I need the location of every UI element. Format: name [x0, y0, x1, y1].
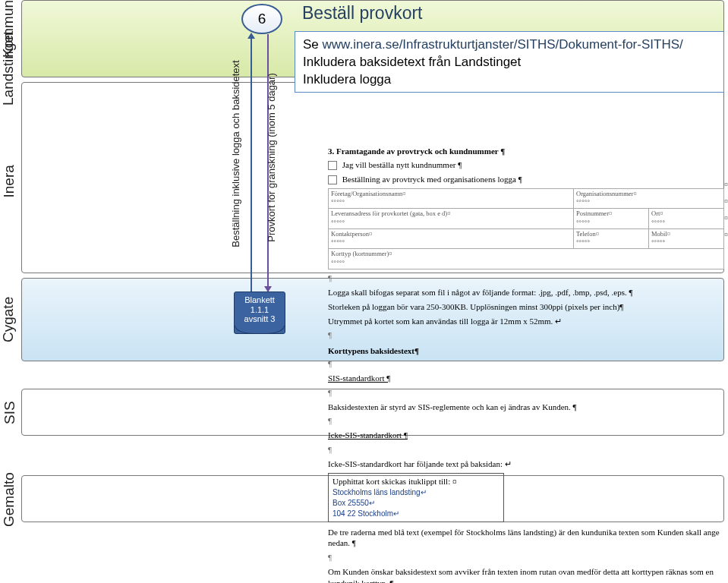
arrow-label-order: Beställning inklusive logga och baksidet… — [230, 55, 241, 253]
doc-logo-p1: Logga skall bifogas separat som fil i nå… — [328, 287, 724, 298]
callout-see: Se — [303, 37, 323, 52]
blankett-line2: 1.1.1 — [235, 305, 285, 315]
lane-label-inera: Inera — [1, 164, 17, 198]
callout-line2: Inkludera baksidetext från Landstinget — [303, 55, 521, 69]
callout-body: Se www.inera.se/Infrastrukturtjanster/SI… — [295, 31, 724, 93]
lane-label-landstinget: Landstinget — [0, 30, 17, 106]
callout-line3: Inkludera logga — [303, 72, 391, 87]
callout-title: Beställ provkort — [302, 3, 724, 24]
lane-label-gemalto: Gemalto — [1, 472, 17, 527]
doc-logo-p2: Storleken på loggan bör vara 250-300KB. … — [328, 301, 724, 313]
doc-sis-heading: SIS-standardkort ¶ — [328, 373, 724, 384]
doc-address-box: Upphittat kort skickas ituklippt till: ¤… — [328, 473, 504, 522]
blankett-line1: Blankett — [235, 295, 285, 305]
step-6-circle: 6 — [241, 4, 282, 34]
lane-label-cygate: Cygate — [0, 297, 17, 342]
doc-opt1: Jag vill beställa nytt kundnummer ¶ — [328, 159, 724, 171]
blankett-doc: Blankett 1.1.1 avsnitt 3 — [234, 292, 285, 334]
doc-margin-marks: ¤¤¤¤ — [724, 176, 728, 243]
doc-opt2: Beställning av provtryck med organisatio… — [328, 174, 724, 185]
doc-icke-heading: Icke-SIS-standardkort ¶ — [328, 430, 724, 441]
doc-h4-baksidestext: Korttypens baksidestext¶ — [328, 345, 724, 357]
doc-form-table: Företag/Organisationsnamn¤°°°°° Organisa… — [328, 188, 724, 269]
doc-after2: Om Kunden önskar baksidestext som avvike… — [328, 566, 724, 583]
checkbox-icon — [328, 161, 337, 170]
doc-after1: De tre raderna med blå text (exempel för… — [328, 527, 724, 550]
checkbox-icon — [328, 175, 337, 184]
doc-logo-p3: Utrymmet på kortet som kan användas till… — [328, 316, 724, 327]
blankett-line3: avsnitt 3 — [235, 314, 285, 324]
callout-url: www.inera.se/Infrastrukturtjanster/SITHS… — [323, 37, 683, 52]
callout: Beställ provkort Se www.inera.se/Infrast… — [295, 0, 724, 93]
arrow-label-proof: Provkort för granskning (inom 5 dagar) — [266, 63, 277, 253]
doc-heading-3: 3. Framtagande av provtryck och kundnumm… — [328, 146, 724, 157]
embedded-doc: 3. Framtagande av provtryck och kundnumm… — [328, 146, 724, 583]
lane-label-sis: SIS — [2, 402, 18, 424]
arrow-order-up — [251, 34, 252, 292]
doc-icke-text: Icke-SIS-standardkort har följande text … — [328, 459, 724, 470]
doc-sis-text: Baksidestexten är styrd av SIS-reglement… — [328, 402, 724, 413]
